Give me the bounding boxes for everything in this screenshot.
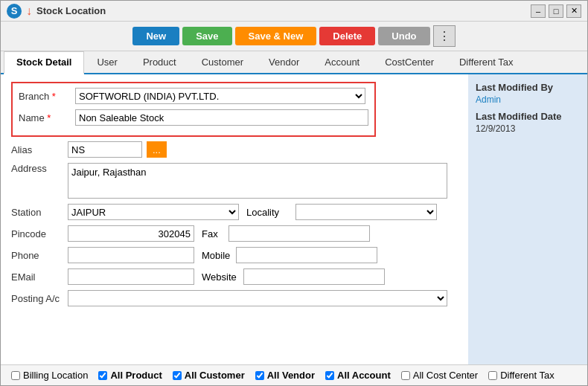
more-options-button[interactable]: ⋮ [433, 25, 456, 47]
all-cost-center-checkbox-item: All Cost Center [401, 370, 478, 381]
pincode-input[interactable] [68, 225, 194, 242]
modified-by-label: Last Modified By [476, 82, 580, 93]
email-label: EMail [11, 271, 63, 283]
email-input[interactable] [68, 268, 194, 285]
all-account-label: All Account [337, 370, 391, 381]
tab-stock-detail[interactable]: Stock Detail [4, 51, 84, 74]
mobile-label: Mobile [202, 250, 231, 261]
tab-cost-center[interactable]: CostCenter [372, 51, 447, 73]
required-fields-box: Branch * SOFTWORLD (INDIA) PVT.LTD. Name… [11, 82, 376, 137]
all-cost-center-checkbox[interactable] [401, 371, 410, 380]
address-label: Address [11, 163, 63, 174]
name-row: Name * [19, 109, 368, 126]
all-product-label: All Product [110, 370, 162, 381]
branch-required-marker: * [52, 91, 56, 102]
all-vendor-label: All Vendor [267, 370, 315, 381]
undo-button[interactable]: Undo [378, 27, 429, 45]
modified-date-value: 12/9/2013 [476, 123, 580, 134]
alias-input[interactable] [68, 141, 142, 158]
phone-mobile-row: Phone Mobile [11, 247, 458, 263]
website-input[interactable] [243, 268, 385, 285]
tab-customer[interactable]: Customer [189, 51, 256, 73]
modified-date-label: Last Modified Date [476, 111, 580, 122]
all-vendor-checkbox[interactable] [255, 371, 264, 380]
address-row: Address Jaipur, Rajasthan [11, 163, 458, 199]
phone-label: Phone [11, 250, 63, 261]
name-required-marker: * [47, 112, 51, 123]
main-window: S ↓ Stock Location – □ ✕ New Save Save &… [0, 0, 588, 386]
app-icon: S [7, 4, 22, 19]
different-tax-checkbox-item: Different Tax [488, 370, 555, 381]
all-account-checkbox-item: All Account [325, 370, 391, 381]
fax-input[interactable] [229, 225, 370, 242]
delete-button[interactable]: Delete [319, 27, 375, 45]
billing-location-checkbox[interactable] [11, 371, 20, 380]
maximize-button[interactable]: □ [549, 4, 563, 18]
pincode-label: Pincode [11, 228, 63, 239]
branch-row: Branch * SOFTWORLD (INDIA) PVT.LTD. [19, 88, 368, 104]
all-vendor-checkbox-item: All Vendor [255, 370, 315, 381]
arrow-icon: ↓ [26, 4, 32, 18]
alias-row: Alias ... [11, 141, 458, 158]
website-label: Website [202, 271, 239, 283]
different-tax-label: Different Tax [500, 370, 555, 381]
new-button[interactable]: New [132, 27, 179, 45]
station-select[interactable]: JAIPUR [68, 204, 239, 220]
all-cost-center-label: All Cost Center [413, 370, 478, 381]
all-product-checkbox-item: All Product [98, 370, 162, 381]
all-customer-checkbox-item: All Customer [173, 370, 245, 381]
posting-label: Posting A/c [11, 293, 63, 304]
window-controls: – □ ✕ [531, 4, 581, 18]
locality-select[interactable] [295, 204, 437, 220]
mobile-input[interactable] [236, 247, 377, 263]
title-bar: S ↓ Stock Location – □ ✕ [1, 1, 587, 22]
branch-label: Branch * [19, 91, 71, 102]
different-tax-checkbox[interactable] [488, 371, 497, 380]
tab-different-tax[interactable]: Different Tax [447, 51, 526, 73]
billing-location-checkbox-item: Billing Location [11, 370, 88, 381]
alias-browse-button[interactable]: ... [147, 141, 167, 158]
all-customer-checkbox[interactable] [173, 371, 182, 380]
station-label: Station [11, 207, 63, 218]
save-button[interactable]: Save [182, 27, 231, 45]
name-label: Name * [19, 112, 71, 123]
tab-account[interactable]: Account [312, 51, 372, 73]
tab-vendor[interactable]: Vendor [256, 51, 312, 73]
fax-label: Fax [202, 228, 224, 239]
all-account-checkbox[interactable] [325, 371, 334, 380]
window-title: Stock Location [36, 5, 531, 16]
tab-product[interactable]: Product [130, 51, 189, 73]
minimize-button[interactable]: – [531, 4, 546, 18]
name-input[interactable] [75, 109, 368, 126]
main-form: Branch * SOFTWORLD (INDIA) PVT.LTD. Name… [1, 74, 468, 364]
tab-bar: Stock Detail User Product Customer Vendo… [1, 51, 587, 74]
tab-user[interactable]: User [84, 51, 130, 73]
all-customer-label: All Customer [185, 370, 245, 381]
toolbar: New Save Save & New Delete Undo ⋮ [1, 22, 587, 51]
posting-select[interactable] [68, 290, 447, 306]
bottom-bar: Billing Location All Product All Custome… [1, 364, 587, 385]
alias-label: Alias [11, 144, 63, 155]
pincode-fax-row: Pincode Fax [11, 225, 458, 242]
all-product-checkbox[interactable] [98, 371, 107, 380]
save-new-button[interactable]: Save & New [235, 27, 317, 45]
station-locality-row: Station JAIPUR Locality [11, 204, 458, 220]
phone-input[interactable] [68, 247, 194, 263]
locality-label: Locality [246, 207, 291, 218]
branch-select[interactable]: SOFTWORLD (INDIA) PVT.LTD. [75, 88, 365, 104]
modified-by-value: Admin [476, 94, 580, 105]
address-textarea[interactable]: Jaipur, Rajasthan [68, 163, 447, 199]
billing-location-label: Billing Location [23, 370, 88, 381]
posting-row: Posting A/c [11, 290, 458, 306]
email-website-row: EMail Website [11, 268, 458, 285]
close-button[interactable]: ✕ [566, 4, 581, 18]
content-area: Branch * SOFTWORLD (INDIA) PVT.LTD. Name… [1, 74, 587, 364]
side-info-panel: Last Modified By Admin Last Modified Dat… [468, 74, 587, 364]
